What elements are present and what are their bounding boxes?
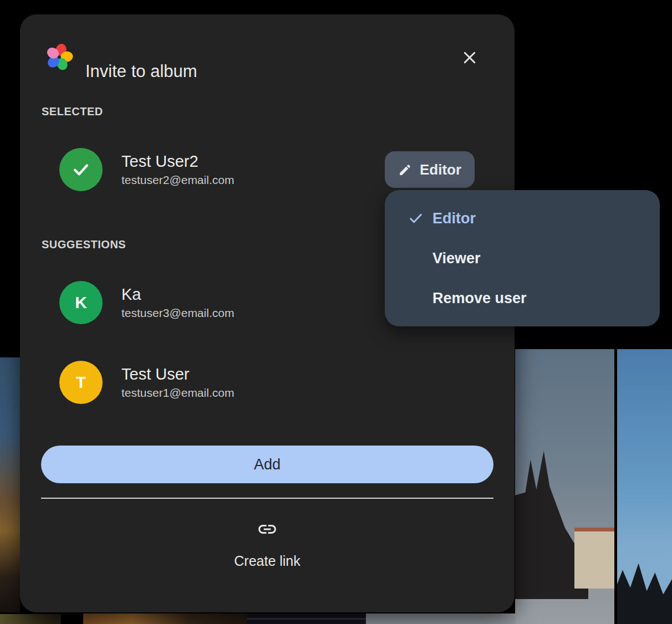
suggestions-section-label: SUGGESTIONS	[42, 238, 126, 251]
check-icon	[70, 158, 92, 181]
suggestion-user-row[interactable]: K Ka testuser3@email.com	[59, 281, 234, 324]
avatar-initial: K	[75, 293, 87, 312]
role-selector-button[interactable]: Editor	[385, 151, 475, 188]
selected-section-label: SELECTED	[42, 105, 103, 118]
screen: 20 Invite to album SELECTED	[0, 0, 672, 624]
background-thumb-strip	[83, 613, 247, 624]
menu-item-editor[interactable]: Editor	[385, 198, 660, 238]
user-email: testuser1@email.com	[121, 387, 234, 399]
role-dropdown-menu: Editor Viewer Remove user	[385, 190, 660, 326]
menu-item-remove-user[interactable]: Remove user	[385, 278, 660, 318]
selected-user-row[interactable]: Test User2 testuser2@email.com	[59, 148, 234, 191]
close-icon	[461, 49, 478, 66]
immich-logo-icon	[45, 43, 73, 71]
selected-avatar	[59, 148, 103, 191]
background-thumb-strip	[247, 613, 366, 624]
divider	[41, 498, 493, 499]
user-email: testuser3@email.com	[121, 307, 234, 319]
menu-item-label: Editor	[432, 210, 476, 227]
cream-building	[574, 528, 614, 588]
background-thumb-strip	[0, 614, 61, 624]
menu-item-label: Viewer	[432, 250, 481, 267]
pencil-icon	[398, 163, 412, 177]
avatar: K	[59, 281, 103, 324]
selected-user-email: testuser2@email.com	[121, 174, 234, 186]
avatar: T	[59, 361, 103, 404]
link-icon[interactable]	[257, 519, 278, 540]
menu-item-viewer[interactable]: Viewer	[385, 238, 660, 278]
gate-silhouette	[617, 558, 672, 624]
suggestion-user-row[interactable]: T Test User testuser1@email.com	[59, 361, 234, 404]
checkmark-icon	[407, 209, 425, 227]
user-name: Ka	[121, 286, 234, 303]
background-photo-dusk-building	[0, 357, 20, 612]
role-button-label: Editor	[420, 161, 461, 178]
selected-user-name: Test User2	[121, 153, 234, 170]
create-link-button[interactable]: Create link	[20, 553, 515, 569]
avatar-initial: T	[76, 373, 86, 392]
menu-item-label: Remove user	[432, 290, 527, 307]
add-button[interactable]: Add	[41, 446, 493, 483]
close-button[interactable]	[457, 45, 482, 70]
background-thumb-strip	[366, 613, 515, 624]
dialog-title: Invite to album	[85, 62, 197, 81]
user-name: Test User	[121, 366, 234, 382]
background-photo-gate	[617, 349, 672, 624]
background-photo-church	[515, 349, 614, 624]
